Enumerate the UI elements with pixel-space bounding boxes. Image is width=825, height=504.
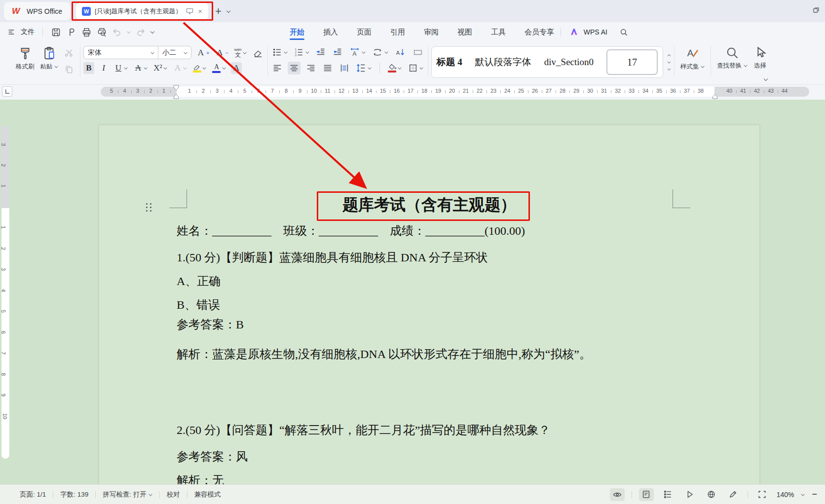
page-view-button[interactable] — [639, 488, 654, 501]
style-default-paragraph-font[interactable]: 默认段落字体 — [475, 56, 531, 69]
ribbon-tab-4[interactable]: 引用 — [389, 24, 406, 41]
ribbon-tab-2[interactable]: 插入 — [322, 24, 339, 41]
gallery-up-icon[interactable] — [668, 54, 671, 57]
find-replace-chevron-icon[interactable] — [744, 64, 747, 68]
align-left-button[interactable] — [271, 62, 284, 74]
gallery-down-icon[interactable] — [668, 61, 671, 64]
font-name-select[interactable]: 宋体 — [84, 48, 158, 57]
fit-page-button[interactable] — [755, 488, 770, 501]
ruler-number: 9 — [0, 394, 6, 396]
sort-button[interactable]: A — [393, 46, 407, 59]
bold-button[interactable]: B — [83, 62, 94, 74]
ribbon-tab-8[interactable]: 会员专享 — [524, 24, 555, 41]
file-menu[interactable]: 文件 — [21, 28, 35, 36]
style-div-section0[interactable]: div_Section0 — [544, 57, 594, 68]
borders-button[interactable] — [407, 62, 424, 74]
tab-selector-button[interactable] — [2, 86, 12, 97]
ribbon-toolbar: 格式刷 粘贴 宋体 小二 — [0, 42, 825, 85]
horizontal-ruler[interactable]: 5432112345678910111213141516171819202122… — [0, 85, 825, 100]
hamburger-menu-icon[interactable] — [7, 28, 16, 36]
numbered-list-button[interactable]: 123 — [293, 46, 310, 59]
style-heading4[interactable]: 标题 4 — [437, 56, 462, 69]
find-replace-button[interactable]: 查找替换 — [714, 42, 750, 72]
document-workspace[interactable]: 题库考试（含有主观题）姓名：__________ 班级：__________ 成… — [0, 100, 825, 484]
text-effects-button[interactable]: A — [172, 62, 188, 74]
style-selected[interactable]: 17 — [606, 49, 658, 75]
print-icon[interactable] — [81, 27, 92, 37]
ink-annotate-button[interactable] — [726, 488, 741, 501]
new-tab-button[interactable]: + — [215, 5, 222, 18]
decrease-font-button[interactable]: A− — [214, 47, 229, 59]
paragraph-drag-handle-icon[interactable] — [145, 202, 152, 213]
quickbar-chevron-icon[interactable] — [150, 30, 154, 34]
undo-chevron-icon[interactable] — [127, 31, 131, 34]
text-direction-button[interactable] — [371, 46, 389, 59]
wps-home-button[interactable]: W WPS Office — [4, 2, 70, 20]
zoom-level[interactable]: 140% — [777, 491, 794, 499]
italic-button[interactable]: I — [98, 62, 109, 74]
web-layout-button[interactable] — [704, 488, 719, 501]
outline-view-button[interactable] — [661, 488, 675, 501]
export-pdf-icon[interactable] — [66, 27, 76, 37]
align-center-button[interactable] — [288, 62, 300, 74]
char-shading-button[interactable]: A — [231, 62, 242, 74]
ruler-number: 30 — [587, 88, 593, 94]
strikethrough-button[interactable]: A — [133, 62, 149, 74]
ribbon-tab-7[interactable]: 工具 — [490, 24, 507, 41]
gallery-more-icon[interactable] — [668, 68, 671, 71]
cut-button[interactable] — [63, 47, 75, 59]
line-spacing-button[interactable] — [355, 62, 373, 74]
tab-stops-button[interactable] — [411, 46, 425, 59]
tab-list-chevron-icon[interactable] — [226, 9, 230, 13]
save-icon[interactable] — [51, 27, 61, 37]
zoom-out-button[interactable]: − — [812, 489, 817, 500]
ribbon-tab-6[interactable]: 视图 — [456, 24, 473, 41]
clear-format-button[interactable] — [252, 46, 264, 59]
ruler-number: 14 — [366, 88, 372, 94]
align-right-button[interactable] — [304, 62, 317, 74]
play-view-button[interactable] — [682, 488, 697, 501]
style-set-chevron-icon[interactable] — [701, 65, 705, 69]
wps-ai-button[interactable]: WPS AI — [584, 28, 607, 36]
ribbon-collapse-icon[interactable] — [764, 77, 768, 81]
proofread-button[interactable]: 校对 — [167, 490, 180, 499]
ribbon-tab-5[interactable]: 审阅 — [423, 24, 440, 41]
ruler-number: 41 — [740, 88, 746, 94]
word-count[interactable]: 字数: 139 — [60, 490, 88, 499]
ribbon-tab-3[interactable]: 页面 — [356, 24, 373, 41]
increase-font-button[interactable]: A+ — [195, 47, 210, 59]
pinyin-guide-button[interactable]: wén文 — [233, 47, 248, 59]
redo-icon[interactable] — [136, 27, 146, 37]
ribbon-tab-1[interactable]: 开始 — [289, 24, 305, 41]
vertical-ruler[interactable]: 32112345678910 — [1, 126, 9, 459]
bullet-list-button[interactable] — [271, 46, 289, 59]
font-size-select[interactable]: 小二 — [158, 48, 191, 57]
copy-button[interactable] — [63, 64, 75, 75]
window-restore-icon[interactable] — [811, 5, 821, 15]
format-painter-button[interactable]: 格式刷 — [13, 42, 38, 73]
select-button[interactable]: 选择 — [750, 42, 770, 72]
char-scale-button[interactable]: A — [348, 46, 367, 59]
highlight-button[interactable] — [192, 63, 207, 73]
superscript-button[interactable]: X² — [152, 62, 168, 74]
justify-button[interactable] — [321, 62, 334, 74]
ruler-number: 6 — [257, 88, 260, 94]
zoom-chevron-icon[interactable] — [801, 493, 805, 496]
style-set-button[interactable]: A 样式集 — [677, 42, 708, 73]
underline-button[interactable]: U — [113, 62, 129, 74]
undo-icon[interactable] — [112, 27, 122, 37]
print-preview-icon[interactable] — [97, 27, 107, 37]
decrease-indent-button[interactable] — [314, 46, 327, 59]
search-icon[interactable] — [619, 28, 629, 37]
distribute-button[interactable] — [338, 62, 351, 74]
ruler-number: 38 — [698, 88, 704, 94]
ruler-number: 12 — [338, 88, 344, 94]
font-color-button[interactable]: A — [211, 63, 227, 74]
eye-protection-button[interactable] — [610, 488, 625, 501]
paste-button[interactable]: 粘贴 — [38, 42, 61, 73]
shading-button[interactable] — [387, 63, 403, 73]
spellcheck-status[interactable]: 拼写检查: 打开 — [103, 490, 152, 499]
paste-chevron-icon[interactable] — [55, 65, 58, 69]
first-line-indent-marker[interactable] — [172, 85, 181, 91]
increase-indent-button[interactable] — [331, 46, 344, 59]
